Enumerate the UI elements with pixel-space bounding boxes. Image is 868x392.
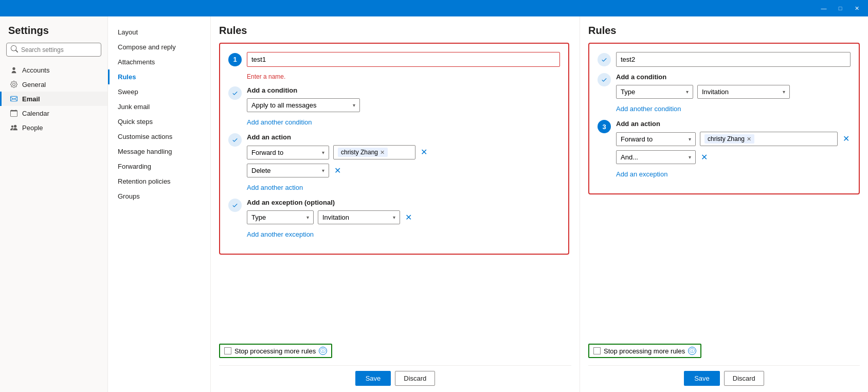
left-stop-checkbox-container: Stop processing more rules ⓘ (219, 344, 332, 358)
search-input[interactable] (21, 46, 97, 54)
rule1-forward-chevron: ▾ (322, 150, 324, 155)
maximize-button[interactable]: □ (833, 3, 847, 13)
rule1-condition-content: Add a condition Apply to all messages ▾ … (247, 86, 560, 126)
sidebar-item-email[interactable]: Email (0, 92, 107, 106)
rule2-forward-tag-remove[interactable]: ✕ (747, 136, 751, 142)
left-stop-processing-row: Stop processing more rules ⓘ (219, 338, 571, 363)
app-title: Settings (0, 25, 107, 43)
rule2-forward-chevron: ▾ (689, 136, 691, 142)
sidebar-item-calendar[interactable]: Calendar (0, 106, 107, 120)
title-bar: — □ ✕ (0, 0, 868, 16)
rule1-forward-dropdown[interactable]: Forward to ▾ (247, 146, 329, 159)
rule1-name-row: 1 (228, 52, 560, 67)
nav-forwarding[interactable]: Forwarding (108, 159, 210, 174)
right-rules-title: Rules (588, 25, 860, 37)
rule2-and-remove-btn[interactable]: ✕ (700, 153, 709, 162)
rule1-forward-tag-remove[interactable]: ✕ (380, 149, 385, 156)
left-stop-info-icon[interactable]: ⓘ (319, 347, 327, 355)
rule2-condition-invitation-chevron: ▾ (783, 89, 785, 95)
rule2-add-condition-btn[interactable]: Add another condition (616, 105, 681, 113)
nav-retention-policies[interactable]: Retention policies (108, 174, 210, 189)
rule2-condition-type-dropdown[interactable]: Type ▾ (616, 85, 693, 99)
nav-message-handling[interactable]: Message handling (108, 144, 210, 159)
nav-sweep[interactable]: Sweep (108, 84, 210, 99)
middle-nav: Layout Compose and reply Attachments Rul… (108, 16, 211, 392)
rule2-name-row (598, 52, 851, 67)
left-save-button[interactable]: Save (355, 371, 391, 386)
rule1-condition-check (228, 86, 242, 100)
right-save-button[interactable]: Save (684, 371, 720, 386)
right-stop-checkbox[interactable] (593, 347, 601, 354)
rule2-action-content: Add an action Forward to ▾ (616, 120, 851, 178)
rule2-forward-row: Forward to ▾ christy Zhang ✕ (616, 132, 851, 146)
rule1-exception-dropdown-row: Type ▾ Invitation ▾ ✕ (247, 210, 560, 224)
app-body: Settings Accounts (0, 16, 868, 392)
right-stop-label: Stop processing more rules (604, 347, 685, 355)
rule2-forward-tag-input[interactable]: christy Zhang ✕ (700, 132, 838, 146)
rule2-add-exception-btn[interactable]: Add an exception (616, 170, 667, 178)
nav-layout[interactable]: Layout (108, 25, 210, 40)
rule1-exception-invitation-dropdown[interactable]: Invitation ▾ (318, 210, 400, 224)
sidebar-general-label: General (22, 81, 46, 88)
rule2-condition-content: Add a condition Type ▾ Invitation ▾ (616, 73, 851, 113)
right-discard-button[interactable]: Discard (724, 371, 764, 386)
rule1-delete-remove-btn[interactable]: ✕ (333, 167, 342, 175)
nav-rules[interactable]: Rules (108, 69, 210, 84)
rule2-condition-label: Add a condition (616, 73, 851, 81)
rule1-name-input[interactable] (247, 52, 560, 67)
right-stop-processing-row: Stop processing more rules ⓘ (588, 338, 860, 363)
nav-quick-steps[interactable]: Quick steps (108, 114, 210, 129)
rule1-condition-dropdown[interactable]: Apply to all messages ▾ (247, 98, 360, 112)
nav-attachments[interactable]: Attachments (108, 55, 210, 69)
sidebar-calendar-label: Calendar (22, 110, 49, 117)
nav-groups[interactable]: Groups (108, 189, 210, 204)
search-icon (11, 45, 18, 54)
rule1-exception-row: Add an exception (optional) Type ▾ Invit… (228, 199, 560, 238)
sidebar-item-accounts[interactable]: Accounts (0, 63, 107, 77)
rule1-exception-remove-btn[interactable]: ✕ (404, 213, 413, 222)
sidebar-item-people[interactable]: People (0, 120, 107, 135)
person-icon (10, 66, 18, 74)
minimize-button[interactable]: — (817, 3, 831, 13)
rule2-condition-invitation-label: Invitation (702, 88, 729, 96)
rule1-add-condition-btn[interactable]: Add another condition (247, 118, 312, 126)
sidebar: Settings Accounts (0, 16, 108, 392)
left-stop-checkbox[interactable] (224, 347, 231, 354)
rule2-name-input[interactable] (616, 52, 851, 67)
rule1-condition-dropdown-row: Apply to all messages ▾ (247, 98, 560, 112)
rule2-forward-tag-text: christy Zhang (708, 135, 745, 142)
rule1-exception-content: Add an exception (optional) Type ▾ Invit… (247, 199, 560, 238)
main-content: Rules 1 Enter a name. (211, 16, 868, 392)
rule1-exception-invitation-label: Invitation (322, 213, 349, 221)
left-discard-button[interactable]: Discard (395, 371, 435, 386)
rule1-exception-type-dropdown[interactable]: Type ▾ (247, 210, 314, 224)
rule2-action-step-badge: 3 (598, 120, 611, 133)
rule1-add-exception-btn[interactable]: Add another exception (247, 230, 314, 238)
rule2-forward-dropdown[interactable]: Forward to ▾ (616, 132, 696, 146)
rule2-condition-invitation-dropdown[interactable]: Invitation ▾ (697, 85, 790, 99)
rule2-forward-remove-btn[interactable]: ✕ (842, 135, 851, 143)
nav-junk-email[interactable]: Junk email (108, 99, 210, 114)
rule1-forward-remove-btn[interactable]: ✕ (420, 148, 428, 156)
search-settings-box[interactable] (6, 43, 101, 57)
people-icon (10, 123, 18, 132)
rule2-action-row: 3 Add an action Forward to ▾ (598, 120, 851, 178)
rule1-forward-label: Forward to (251, 149, 283, 156)
nav-customise-actions[interactable]: Customise actions (108, 129, 210, 144)
sidebar-item-general[interactable]: General (0, 77, 107, 92)
sidebar-accounts-label: Accounts (22, 66, 49, 74)
rule1-forward-row: Forward to ▾ christy Zhang ✕ (247, 145, 560, 159)
right-stop-info-icon[interactable]: ⓘ (688, 347, 696, 355)
rule1-delete-dropdown[interactable]: Delete ▾ (247, 164, 329, 177)
rule1-exception-check (228, 199, 242, 212)
right-panel-footer: Save Discard (588, 365, 860, 392)
rule1-forward-tag-input[interactable]: christy Zhang ✕ (333, 145, 415, 159)
right-rules-panel: Rules (580, 16, 868, 392)
left-rules-panel: Rules 1 Enter a name. (211, 16, 580, 392)
rule1-add-action-btn[interactable]: Add another action (247, 184, 303, 191)
rule2-and-dropdown[interactable]: And... ▾ (616, 150, 696, 164)
nav-compose-reply[interactable]: Compose and reply (108, 40, 210, 55)
rule1-forward-tag: christy Zhang ✕ (338, 148, 388, 157)
close-button[interactable]: ✕ (849, 3, 864, 13)
calendar-icon (10, 109, 18, 117)
